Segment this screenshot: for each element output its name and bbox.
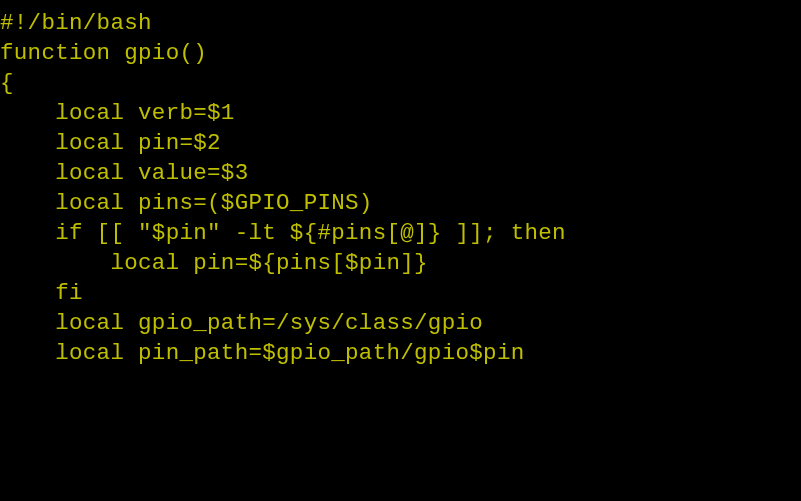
code-block: #!/bin/bashfunction gpio(){ local verb=$… — [0, 0, 801, 368]
code-line: local verb=$1 — [0, 98, 801, 128]
code-line: fi — [0, 278, 801, 308]
code-line: local gpio_path=/sys/class/gpio — [0, 308, 801, 338]
code-line: local value=$3 — [0, 158, 801, 188]
code-line: local pin=$2 — [0, 128, 801, 158]
code-line: local pin=${pins[$pin]} — [0, 248, 801, 278]
code-line: local pins=($GPIO_PINS) — [0, 188, 801, 218]
code-line: #!/bin/bash — [0, 8, 801, 38]
code-line: function gpio() — [0, 38, 801, 68]
code-line: if [[ "$pin" -lt ${#pins[@]} ]]; then — [0, 218, 801, 248]
code-line: local pin_path=$gpio_path/gpio$pin — [0, 338, 801, 368]
code-line: { — [0, 68, 801, 98]
